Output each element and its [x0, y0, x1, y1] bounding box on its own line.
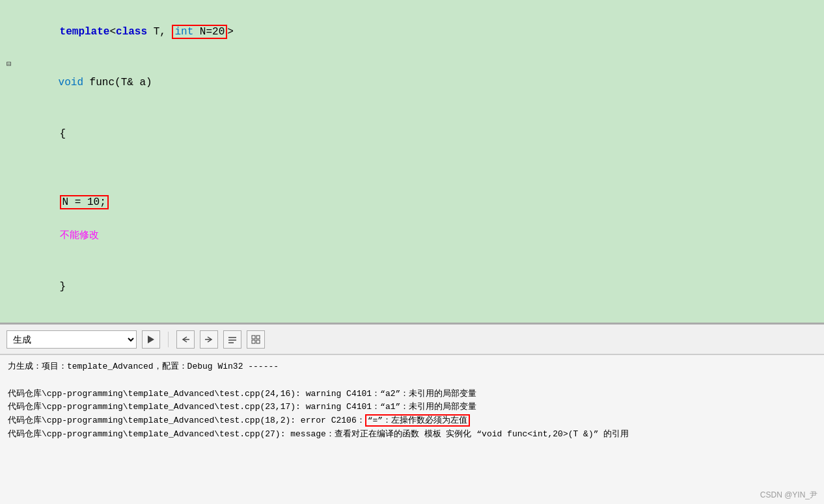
- int-n20-highlight: int N=20: [172, 25, 227, 39]
- code-line-4: N = 10; 不能修改: [0, 160, 824, 261]
- build-select[interactable]: 生成: [7, 330, 137, 349]
- indent-right-icon: [204, 334, 214, 345]
- code-line-1: template<class T, int N=20>: [0, 7, 824, 58]
- output-line-4: 代码仓库\cpp-programming\template_Advanced\t…: [8, 401, 816, 414]
- code-line-blank1: [0, 313, 824, 325]
- error-highlight: “=”：左操作数必须为左值: [365, 414, 470, 427]
- output-line-5: 代码仓库\cpp-programming\template_Advanced\t…: [8, 414, 816, 428]
- output-panel[interactable]: 力生成：项目：template_Advanced，配置：Debug Win32 …: [0, 354, 824, 504]
- toolbar: 生成: [0, 325, 824, 354]
- build-icon: [146, 334, 156, 345]
- code-content-3: {: [22, 110, 817, 160]
- list-icon: [227, 334, 238, 345]
- code-content-1: template<class T, int N=20>: [22, 7, 817, 57]
- code-line-2: ⊟ void func(T& a): [0, 58, 824, 109]
- indent-left-icon: [180, 334, 191, 345]
- toolbar-btn-1[interactable]: [142, 330, 160, 349]
- output-line-3: 代码仓库\cpp-programming\template_Advanced\t…: [8, 388, 816, 401]
- toolbar-separator-1: [168, 332, 169, 347]
- svg-rect-9: [256, 340, 260, 343]
- collapse-func[interactable]: ⊟: [7, 59, 20, 71]
- code-content-5: }: [22, 262, 817, 312]
- grid-icon: [251, 334, 261, 345]
- code-content-4: N = 10; 不能修改: [22, 161, 817, 261]
- code-editor[interactable]: template<class T, int N=20> ⊟ void func(…: [0, 0, 824, 325]
- toolbar-btn-grid[interactable]: [247, 330, 265, 349]
- svg-rect-6: [252, 336, 255, 339]
- code-line-3: {: [0, 109, 824, 161]
- toolbar-btn-back[interactable]: [176, 330, 195, 349]
- svg-rect-7: [256, 336, 260, 339]
- n-assign-highlight: N = 10;: [60, 195, 109, 209]
- watermark: CSDN @YIN_尹: [760, 490, 817, 501]
- cannot-modify-label: 不能修改: [60, 230, 99, 241]
- output-line-6: 代码仓库\cpp-programming\template_Advanced\t…: [8, 428, 816, 442]
- output-line-blank: [8, 374, 816, 388]
- toolbar-btn-forward[interactable]: [200, 330, 218, 349]
- output-line-1: 力生成：项目：template_Advanced，配置：Debug Win32 …: [8, 360, 816, 374]
- toolbar-btn-list[interactable]: [223, 330, 241, 349]
- output-container: 力生成：项目：template_Advanced，配置：Debug Win32 …: [0, 354, 824, 504]
- code-line-5: }: [0, 261, 824, 313]
- code-content-2: void func(T& a): [21, 59, 817, 109]
- svg-marker-0: [148, 336, 154, 343]
- svg-rect-8: [252, 340, 255, 343]
